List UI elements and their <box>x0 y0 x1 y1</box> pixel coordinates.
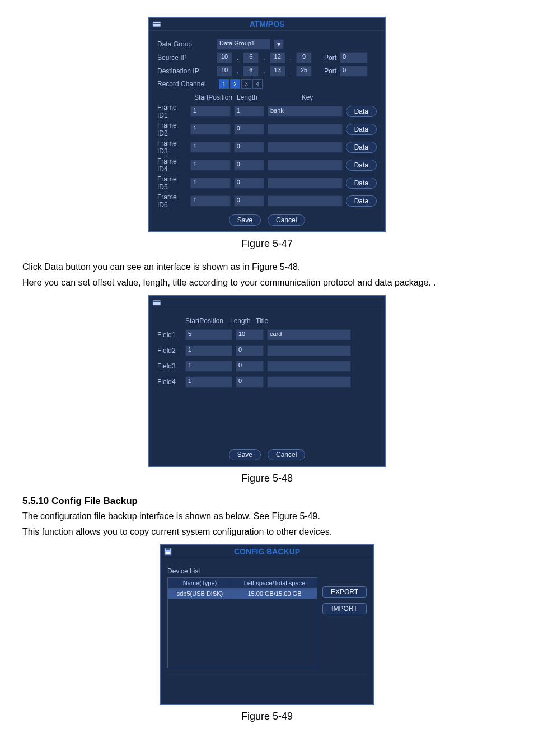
data-group-select[interactable]: Data Group1 <box>217 39 270 50</box>
src-port-input[interactable]: 0 <box>340 52 368 63</box>
src-ip-0[interactable]: 10 <box>217 52 232 63</box>
table-row: Frame ID6 1 0 Data <box>157 193 377 209</box>
data-button[interactable]: Data <box>346 106 377 117</box>
start-input[interactable]: 1 <box>185 345 232 356</box>
dst-port-input[interactable]: 0 <box>340 66 368 77</box>
frame-label: Frame ID6 <box>157 193 187 209</box>
len-input[interactable]: 10 <box>236 329 264 340</box>
start-input[interactable]: 1 <box>190 142 231 153</box>
start-input[interactable]: 1 <box>190 195 231 207</box>
figure-caption-48: Figure 5-48 <box>22 473 512 484</box>
key-input[interactable] <box>268 142 343 153</box>
field-label: Field4 <box>157 378 182 386</box>
table-row: Field1 5 10 card <box>157 329 377 340</box>
floppy-icon <box>163 547 173 557</box>
title-input[interactable] <box>267 345 351 356</box>
key-input[interactable] <box>268 124 343 135</box>
device-list-box: Name(Type) Left space/Total space sdb5(U… <box>167 577 317 668</box>
label-data-group: Data Group <box>157 40 213 48</box>
dst-ip-0[interactable]: 10 <box>217 66 232 77</box>
frame-label: Frame ID5 <box>157 175 187 191</box>
label-record-channel: Record Channel <box>157 80 213 88</box>
save-button[interactable]: Save <box>229 214 261 226</box>
save-button[interactable]: Save <box>229 449 261 460</box>
col-startpos: StartPosition <box>194 94 233 101</box>
col-space: Left space/Total space <box>232 578 317 588</box>
body-text: This function allows you to copy current… <box>22 526 512 538</box>
len-input[interactable]: 0 <box>234 124 264 135</box>
field-label: Field2 <box>157 347 182 354</box>
data-button[interactable]: Data <box>346 142 377 153</box>
len-input[interactable]: 1 <box>234 106 264 117</box>
data-button[interactable]: Data <box>346 178 377 189</box>
svg-rect-1 <box>153 23 161 24</box>
key-input[interactable] <box>268 195 343 207</box>
len-input[interactable]: 0 <box>236 345 264 356</box>
import-button[interactable]: IMPORT <box>322 603 367 614</box>
len-input[interactable]: 0 <box>234 142 264 153</box>
start-input[interactable]: 1 <box>185 361 232 372</box>
col-length: Length <box>237 94 265 101</box>
record-channel-4[interactable]: 4 <box>252 79 263 89</box>
start-input[interactable]: 1 <box>190 178 231 189</box>
col-length: Length <box>230 317 252 325</box>
table-row: Frame ID3 1 0 Data <box>157 139 377 155</box>
record-channel-1[interactable]: 1 <box>219 79 229 89</box>
export-button[interactable]: EXPORT <box>322 586 367 598</box>
title-input[interactable] <box>267 361 351 372</box>
len-input[interactable]: 0 <box>234 178 264 189</box>
cancel-button[interactable]: Cancel <box>268 214 305 226</box>
divider <box>167 673 367 673</box>
key-input[interactable]: bank <box>268 106 343 117</box>
key-input[interactable] <box>268 178 343 189</box>
key-input[interactable] <box>268 160 343 171</box>
src-ip-1[interactable]: 6 <box>243 52 259 63</box>
data-button[interactable]: Data <box>346 124 377 135</box>
field-label: Field3 <box>157 362 182 370</box>
start-input[interactable]: 1 <box>190 160 231 171</box>
record-channel-2[interactable]: 2 <box>230 79 240 89</box>
len-input[interactable]: 0 <box>234 160 264 171</box>
atmpos-body: Data Group Data Group1 ▾ Source IP 10. 6… <box>149 31 385 231</box>
config-backup-dialog: CONFIG BACKUP Device List Name(Type) Lef… <box>160 544 374 705</box>
record-channel-3[interactable]: 3 <box>241 79 251 89</box>
record-channel-group: 1 2 3 4 <box>219 79 263 89</box>
data-button[interactable]: Data <box>346 195 377 207</box>
start-input[interactable]: 5 <box>185 329 232 340</box>
src-ip-3[interactable]: 9 <box>296 52 312 63</box>
config-title: CONFIG BACKUP <box>234 547 300 556</box>
dst-ip-3[interactable]: 25 <box>296 66 312 77</box>
dst-ip-1[interactable]: 6 <box>243 66 259 77</box>
table-row: Frame ID5 1 0 Data <box>157 175 377 191</box>
device-list-header: Name(Type) Left space/Total space <box>168 578 317 589</box>
device-row[interactable]: sdb5(USB DISK) 15.00 GB/15.00 GB <box>168 589 317 599</box>
cancel-button[interactable]: Cancel <box>268 449 305 460</box>
field-dialog: StartPosition Length Title Field1 5 10 c… <box>148 295 386 467</box>
len-input[interactable]: 0 <box>234 195 264 207</box>
card-icon <box>152 19 162 29</box>
dst-ip-2[interactable]: 13 <box>270 66 285 77</box>
len-input[interactable]: 0 <box>236 361 264 372</box>
svg-rect-0 <box>153 22 161 27</box>
config-titlebar: CONFIG BACKUP <box>161 545 373 558</box>
figure-caption-49: Figure 5-49 <box>22 711 512 722</box>
label-source-ip: Source IP <box>157 54 213 62</box>
src-ip-2[interactable]: 12 <box>270 52 285 63</box>
field-body: StartPosition Length Title Field1 5 10 c… <box>149 309 385 466</box>
start-input[interactable]: 1 <box>190 124 231 135</box>
frame-label: Frame ID3 <box>157 139 187 155</box>
device-list-label: Device List <box>167 567 367 575</box>
start-input[interactable]: 1 <box>190 106 231 117</box>
table-row: Field2 1 0 <box>157 345 377 356</box>
table-row: Frame ID1 1 1 bank Data <box>157 104 377 119</box>
title-input[interactable]: card <box>267 329 351 340</box>
len-input[interactable]: 0 <box>236 376 264 388</box>
chevron-down-icon[interactable]: ▾ <box>274 39 284 49</box>
start-input[interactable]: 1 <box>185 376 232 388</box>
svg-rect-2 <box>153 300 161 305</box>
data-button[interactable]: Data <box>346 160 377 171</box>
title-input[interactable] <box>267 376 351 388</box>
atmpos-title: ATM/POS <box>250 20 285 29</box>
device-name: sdb5(USB DISK) <box>168 589 232 599</box>
frame-label: Frame ID2 <box>157 122 187 137</box>
